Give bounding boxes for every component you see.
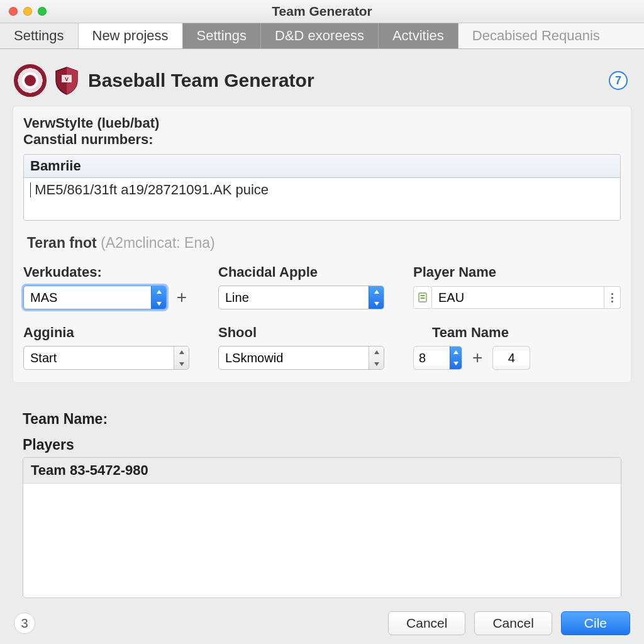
lower-section: Team Name: Players Team 83-5472-980 — [13, 383, 631, 598]
help-badge[interactable]: 7 — [609, 71, 628, 90]
chevron-down-icon[interactable] — [152, 297, 165, 309]
chevron-down-icon[interactable] — [369, 358, 384, 370]
style-label: VerwStylte (lueb/bat) — [23, 115, 621, 131]
team-plus[interactable]: + — [470, 348, 485, 368]
team-name-label: Team Name: — [23, 411, 621, 428]
chacidal-stepper[interactable] — [369, 286, 384, 309]
id-textbox-body[interactable]: ME5/861/31ft a19/28721091.AK puice — [24, 178, 620, 202]
tab-decabised[interactable]: Decabised Requanis — [458, 23, 644, 48]
page-header: V Baseball Team Generator 7 — [0, 49, 644, 106]
field-chacidal: Chacidal Apple — [218, 264, 384, 309]
team-name-field-label: Team Name — [413, 325, 621, 341]
teran-hint: (A2mclincat: Ena) — [101, 235, 215, 251]
verkudates-plus[interactable]: + — [174, 287, 189, 308]
player-name-input[interactable] — [432, 286, 604, 309]
teran-section-heading: Teran fnot (A2mclincat: Ena) — [27, 235, 621, 252]
chevron-down-icon[interactable] — [369, 297, 384, 309]
player-card-icon[interactable] — [413, 286, 432, 309]
id-textbox[interactable]: Bamriie ME5/861/31ft a19/28721091.AK pui… — [23, 154, 621, 221]
chevron-up-icon[interactable] — [152, 286, 165, 297]
players-list-row[interactable]: Team 83-5472-980 — [23, 458, 621, 484]
primary-button[interactable]: Cile — [561, 611, 630, 635]
tab-new-project[interactable]: New projess — [79, 23, 183, 48]
team-num1-input[interactable] — [414, 351, 450, 365]
cancel-button-2[interactable]: Cancel — [474, 611, 552, 635]
step-badge: 3 — [14, 613, 35, 634]
chevron-down-icon[interactable] — [174, 358, 189, 370]
field-verkudates: Verkudates: + — [23, 264, 189, 309]
id-textbox-header: Bamriie — [24, 155, 620, 178]
field-agginia: Agginia — [23, 325, 189, 370]
tab-side-settings[interactable]: Settings — [0, 23, 79, 48]
chevron-up-icon[interactable] — [369, 346, 384, 358]
tab-bar: Settings New projess Settings D&D exoree… — [0, 23, 644, 49]
team-num2-input[interactable] — [493, 351, 530, 365]
agginia-input[interactable] — [24, 347, 174, 369]
verkudates-input[interactable] — [24, 286, 151, 309]
main-panel: VerwStylte (lueb/bat) Canstial nurımbers… — [13, 106, 631, 383]
tab-dd-express[interactable]: D&D exoreess — [261, 23, 379, 48]
team-shield-icon: V — [54, 66, 79, 95]
player-name-row — [413, 286, 621, 309]
teran-title: Teran fnot — [27, 235, 97, 251]
players-label: Players — [23, 436, 621, 453]
shool-stepper[interactable] — [369, 346, 384, 370]
player-name-label: Player Name — [413, 264, 621, 280]
agginia-label: Agginia — [23, 325, 189, 341]
chevron-up-icon[interactable] — [174, 346, 189, 358]
titlebar: Team Generator — [0, 0, 644, 23]
player-name-menu-icon[interactable] — [604, 286, 621, 309]
field-player-name: Player Name — [413, 264, 621, 309]
verkudates-stepper[interactable] — [151, 286, 165, 309]
players-listbox[interactable]: Team 83-5472-980 — [23, 457, 621, 598]
team-crest-icon — [14, 64, 47, 97]
agginia-stepper[interactable] — [174, 346, 189, 370]
tab-activities[interactable]: Actvities — [379, 23, 458, 48]
svg-text:V: V — [65, 76, 69, 82]
svg-rect-3 — [421, 295, 425, 296]
team-num1-box[interactable] — [413, 346, 462, 370]
footer-bar: 3 Cancel Cancel Cile — [0, 602, 644, 644]
cancel-button-1[interactable]: Cancel — [388, 611, 465, 635]
chevron-up-icon[interactable] — [369, 286, 384, 297]
chacidal-label: Chacidal Apple — [218, 264, 384, 280]
shool-input[interactable] — [219, 347, 369, 369]
verkudates-combo[interactable] — [23, 286, 167, 309]
tab-settings[interactable]: Settings — [183, 23, 262, 48]
field-shool: Shool — [218, 325, 384, 370]
chevron-up-icon[interactable] — [450, 347, 462, 358]
agginia-combo[interactable] — [23, 346, 189, 370]
chacidal-input[interactable] — [219, 286, 369, 309]
svg-rect-4 — [421, 297, 425, 299]
shool-label: Shool — [218, 325, 384, 341]
chacidal-combo[interactable] — [218, 286, 384, 309]
team-num2-box[interactable] — [492, 346, 530, 370]
text-cursor — [30, 182, 31, 197]
shool-combo[interactable] — [218, 346, 384, 370]
team-num1-stepper[interactable] — [450, 347, 462, 369]
window-title: Team Generator — [0, 4, 644, 19]
numbers-label: Canstial nurımbers: — [23, 131, 621, 148]
id-textbox-value: ME5/861/31ft a19/28721091.AK puice — [35, 182, 269, 198]
verkudates-label: Verkudates: — [23, 264, 189, 280]
page-title: Baseball Team Generator — [88, 70, 314, 91]
field-team-name: Team Name + — [413, 325, 621, 370]
form-grid: Verkudates: + Chacidal Apple — [23, 264, 621, 370]
chevron-down-icon[interactable] — [450, 358, 462, 369]
